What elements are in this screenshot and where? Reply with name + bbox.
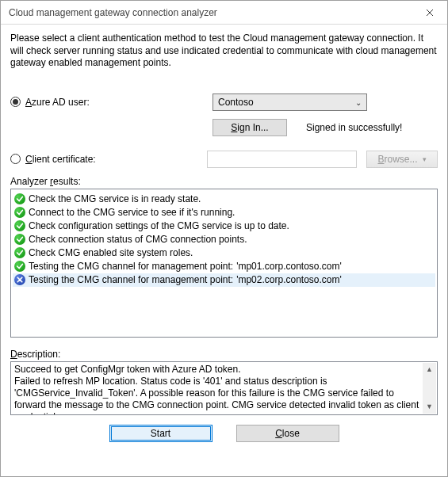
auth-azure-row: Azure AD user: Contoso ⌄	[10, 92, 438, 113]
description-textbox[interactable]: Succeed to get ConfigMgr token with Azur…	[10, 361, 438, 415]
start-label: Start	[151, 428, 170, 439]
result-row[interactable]: Testing the CMG channel for management p…	[13, 260, 435, 273]
check-ok-icon	[14, 261, 25, 272]
browse-label: Browse...	[377, 154, 417, 165]
close-label: Close	[275, 428, 300, 439]
results-label: Analyzer results:	[10, 176, 438, 187]
result-text: Check connection status of CMG connectio…	[29, 234, 247, 245]
close-icon	[426, 9, 434, 17]
check-ok-icon	[14, 247, 25, 258]
radio-cert-label: Client certificate:	[25, 154, 96, 165]
result-management-point: 'mp02.corp.contoso.com'	[236, 274, 342, 285]
check-ok-icon	[14, 220, 25, 231]
signed-in-status: Signed in successfully!	[306, 122, 402, 133]
description-scrollbar[interactable]: ▲ ▼	[423, 363, 436, 414]
dialog-content: Please select a client authentication me…	[1, 25, 447, 450]
result-row[interactable]: Check connection status of CMG connectio…	[13, 233, 435, 246]
result-row[interactable]: Testing the CMG channel for management p…	[13, 273, 435, 287]
check-ok-icon	[14, 234, 25, 245]
start-button[interactable]: Start	[109, 425, 213, 442]
intro-text: Please select a client authentication me…	[10, 32, 438, 70]
browse-button: Browse... ▾	[366, 151, 438, 168]
radio-client-certificate[interactable]	[10, 154, 21, 164]
radio-azure-label: Azure AD user:	[25, 97, 90, 108]
dropdown-triangle-icon: ▾	[423, 155, 427, 163]
radio-azure-ad-user[interactable]	[10, 97, 21, 107]
titlebar: Cloud management gateway connection anal…	[1, 1, 447, 25]
result-text: Connect to the CMG service to see if it'…	[29, 207, 235, 218]
sign-in-button[interactable]: Sign In...	[213, 119, 287, 136]
signin-row: Sign In... Signed in successfully!	[10, 119, 438, 136]
result-text: Check the CMG service is in ready state.	[29, 193, 201, 204]
result-text: Testing the CMG channel for management p…	[29, 261, 233, 272]
description-label: Description:	[10, 349, 438, 360]
window-close-button[interactable]	[412, 1, 447, 24]
results-listbox[interactable]: Check the CMG service is in ready state.…	[10, 189, 438, 338]
client-certificate-input	[207, 151, 357, 168]
check-fail-icon	[14, 274, 25, 285]
check-ok-icon	[14, 193, 25, 204]
check-ok-icon	[14, 207, 25, 218]
auth-cert-row: Client certificate: Browse... ▾	[10, 149, 438, 170]
scroll-down-icon[interactable]: ▼	[423, 400, 436, 414]
scroll-up-icon[interactable]: ▲	[423, 363, 436, 376]
azure-tenant-selected: Contoso	[218, 97, 254, 108]
result-text: Testing the CMG channel for management p…	[29, 274, 233, 285]
azure-tenant-combobox[interactable]: Contoso ⌄	[213, 93, 367, 111]
chevron-down-icon: ⌄	[355, 97, 362, 106]
result-text: Check CMG enabled site system roles.	[29, 247, 193, 258]
result-row[interactable]: Check the CMG service is in ready state.	[13, 193, 435, 206]
close-button[interactable]: Close	[236, 425, 339, 442]
result-row[interactable]: Connect to the CMG service to see if it'…	[13, 206, 435, 219]
sign-in-label: Sign In...	[231, 122, 268, 133]
result-management-point: 'mp01.corp.contoso.com'	[236, 261, 342, 272]
window-title: Cloud management gateway connection anal…	[9, 7, 217, 18]
result-text: Check configuration settings of the CMG …	[29, 220, 289, 231]
result-row[interactable]: Check configuration settings of the CMG …	[13, 219, 435, 233]
description-text: Succeed to get ConfigMgr token with Azur…	[14, 364, 421, 415]
dialog-button-row: Start Close	[10, 425, 438, 442]
result-row[interactable]: Check CMG enabled site system roles.	[13, 246, 435, 260]
